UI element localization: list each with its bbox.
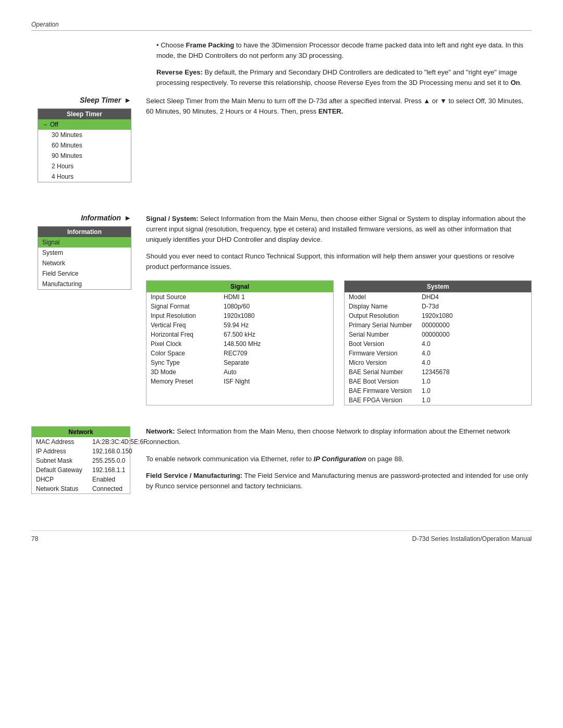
information-right: Signal / System: Select Information from…: [146, 214, 532, 416]
information-menu: Information Signal System Network Field …: [38, 226, 131, 290]
sleep-timer-title: Sleep Timer: [80, 96, 121, 104]
footer-manual-name: D-73d Series Installation/Operation Manu…: [412, 535, 532, 542]
network-body-2: To enable network communication via Ethe…: [146, 454, 532, 464]
sleep-timer-menu: Sleep Timer → Off 30 Minutes 60 Minutes: [38, 108, 131, 182]
sleep-timer-item-label: Off: [50, 121, 58, 128]
system-row-display-name: Display Name D-73d: [345, 302, 531, 311]
info-item-label: Manufacturing: [42, 280, 82, 288]
system-table-header: System: [345, 281, 531, 292]
information-body-2: Should you ever need to contact Runco Te…: [146, 251, 532, 272]
sleep-timer-item-label: 4 Hours: [52, 173, 74, 180]
page-footer: 78 D-73d Series Installation/Operation M…: [31, 530, 532, 542]
signal-row-hfreq: Horizontal Freq 67.500 kHz: [146, 330, 333, 339]
signal-row-signal-format: Signal Format 1080p/60: [146, 302, 333, 311]
network-row-subnet: Subnet Mask 255.255.0.0: [32, 456, 130, 465]
system-row-bae-boot: BAE Boot Version 1.0: [345, 377, 531, 386]
network-table-header: Network: [32, 427, 130, 437]
sleep-timer-label: Sleep Timer ►: [31, 96, 136, 104]
intro-section: • Choose Frame Packing to have the 3Dime…: [31, 40, 532, 89]
sleep-timer-arrow: ►: [124, 96, 131, 104]
info-item-signal[interactable]: Signal: [38, 237, 131, 248]
footer-page-number: 78: [31, 535, 38, 542]
network-table: Network MAC Address 1A:2B:3C:4D:5E:6F IP…: [31, 426, 130, 494]
network-body-3: Field Service / Manufacturing: The Field…: [146, 471, 532, 491]
signal-table-header: Signal: [146, 281, 333, 292]
info-item-network[interactable]: Network: [38, 258, 131, 268]
system-row-output-res: Output Resolution 1920x1080: [345, 311, 531, 320]
network-row-status: Network Status Connected: [32, 484, 130, 493]
sleep-timer-item-label: 90 Minutes: [52, 152, 82, 159]
system-row-bae-firmware: BAE Firmware Version 1.0: [345, 386, 531, 396]
system-row-bae-serial: BAE Serial Number 12345678: [345, 367, 531, 377]
system-row-primary-serial: Primary Serial Number 00000000: [345, 320, 531, 330]
information-title: Information: [81, 214, 121, 222]
sleep-timer-right: Select Sleep Timer from the Main Menu to…: [146, 96, 532, 198]
system-row-firmware-ver: Firmware Version 4.0: [345, 349, 531, 358]
network-right: Network: Select Information from the Mai…: [146, 426, 532, 499]
signal-row-pixel-clock: Pixel Clock 148.500 MHz: [146, 339, 333, 349]
network-row-mac: MAC Address 1A:2B:3C:4D:5E:6F: [32, 437, 130, 447]
information-section: Information ► Information Signal System …: [31, 214, 532, 416]
sleep-timer-item-4h[interactable]: 4 Hours: [38, 171, 131, 182]
sleep-timer-item-label: 2 Hours: [52, 163, 74, 170]
signal-row-vfreq: Vertical Freq 59.94 Hz: [146, 320, 333, 330]
info-item-label: Signal: [42, 239, 59, 246]
frame-packing-text: • Choose Frame Packing to have the 3Dime…: [156, 40, 532, 61]
network-row-ip: IP Address 192.168.0.150: [32, 447, 130, 456]
signal-row-color-space: Color Space REC709: [146, 349, 333, 358]
sleep-timer-menu-header: Sleep Timer: [38, 109, 131, 119]
sleep-timer-item-90[interactable]: 90 Minutes: [38, 151, 131, 161]
sleep-timer-item-60[interactable]: 60 Minutes: [38, 140, 131, 151]
signal-row-memory-preset: Memory Preset ISF Night: [146, 377, 333, 386]
information-arrow: ►: [124, 214, 131, 222]
signal-row-input-source: Input Source HDMI 1: [146, 292, 333, 302]
information-left: Information ► Information Signal System …: [31, 214, 146, 416]
information-label: Information ►: [31, 214, 136, 222]
sleep-timer-section: Sleep Timer ► Sleep Timer → Off 30 Minut…: [31, 96, 532, 198]
sleep-timer-body: Select Sleep Timer from the Main Menu to…: [146, 96, 532, 117]
operation-label: Operation: [31, 21, 532, 28]
info-item-fieldservice[interactable]: Field Service: [38, 268, 131, 279]
system-table: System Model DHD4 Display Name D-73d Out…: [344, 280, 532, 405]
info-item-label: Field Service: [42, 270, 78, 277]
info-item-manufacturing[interactable]: Manufacturing: [38, 279, 131, 289]
network-section: Network MAC Address 1A:2B:3C:4D:5E:6F IP…: [31, 426, 532, 499]
system-row-model: Model DHD4: [345, 292, 531, 302]
sleep-timer-item-label: 30 Minutes: [52, 131, 82, 139]
system-row-serial: Serial Number 00000000: [345, 330, 531, 339]
signal-system-tables: Signal Input Source HDMI 1 Signal Format…: [146, 280, 532, 405]
network-row-dhcp: DHCP Enabled: [32, 475, 130, 484]
selected-arrow: →: [42, 121, 48, 128]
signal-row-input-res: Input Resolution 1920x1080: [146, 311, 333, 320]
system-row-bae-fpga: BAE FPGA Version 1.0: [345, 396, 531, 405]
system-row-micro-ver: Micro Version 4.0: [345, 358, 531, 367]
info-item-system[interactable]: System: [38, 248, 131, 258]
page: Operation • Choose Frame Packing to have…: [0, 0, 563, 574]
sleep-timer-item-30[interactable]: 30 Minutes: [38, 130, 131, 140]
network-body-1: Network: Select Information from the Mai…: [146, 426, 532, 447]
network-left: Network MAC Address 1A:2B:3C:4D:5E:6F IP…: [31, 426, 146, 499]
network-row-gateway: Default Gateway 192.168.1.1: [32, 465, 130, 475]
sleep-timer-item-off[interactable]: → Off: [38, 119, 131, 130]
sleep-timer-item-label: 60 Minutes: [52, 142, 82, 149]
header-rule: [31, 30, 532, 31]
sleep-timer-left: Sleep Timer ► Sleep Timer → Off 30 Minut…: [31, 96, 146, 198]
sleep-timer-item-2h[interactable]: 2 Hours: [38, 161, 131, 171]
info-item-label: Network: [42, 260, 65, 267]
information-menu-header: Information: [38, 227, 131, 237]
information-body-1: Signal / System: Select Information from…: [146, 214, 532, 245]
system-row-boot-ver: Boot Version 4.0: [345, 339, 531, 349]
info-item-label: System: [42, 249, 63, 256]
signal-row-3d-mode: 3D Mode Auto: [146, 367, 333, 377]
reverse-eyes-text: Reverse Eyes: By default, the Primary an…: [156, 67, 532, 88]
signal-table: Signal Input Source HDMI 1 Signal Format…: [146, 280, 334, 405]
signal-row-sync-type: Sync Type Separate: [146, 358, 333, 367]
